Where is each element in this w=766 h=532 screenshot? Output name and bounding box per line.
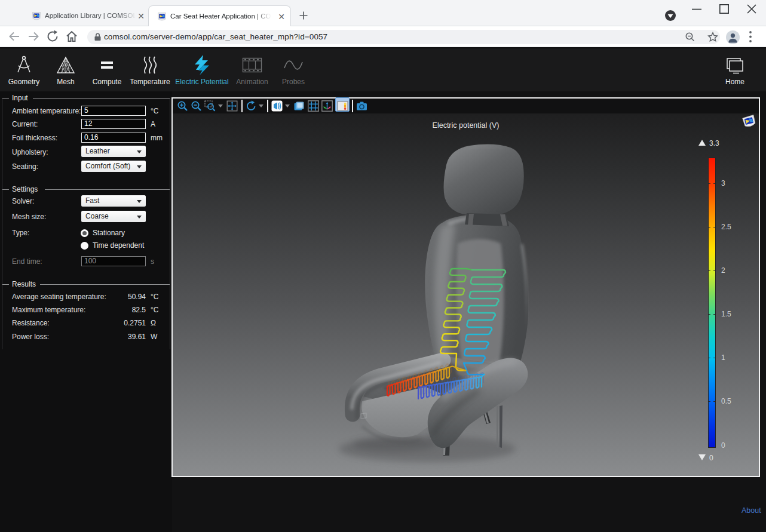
snapshot-icon[interactable] [356,100,367,112]
tab-car-seat-heater[interactable]: Car Seat Heater Application | COM ✕ [148,5,291,27]
caret-down-icon[interactable] [259,104,263,107]
result-value: 50.94 [81,293,146,301]
colorbar-max-marker: 3.3 [698,139,719,147]
field-label-type: Type: [12,229,29,237]
solver-select[interactable]: Fast [81,195,146,207]
transparency-icon[interactable] [293,100,305,112]
browser-toolbar: comsol.com/server-demo/app/car_seat_heat… [0,26,766,47]
colorbar-max-value: 3.3 [709,139,719,147]
scene-light-icon[interactable] [271,100,283,112]
geometry-icon [15,56,33,75]
rotate-icon[interactable] [246,100,257,112]
ribbon-item-animation[interactable]: Animation [233,54,271,86]
tab-title: Application Library | COMSOL Ser [45,12,137,19]
ribbon-icon-wrap [276,54,311,76]
ribbon-icon-wrap [47,54,85,76]
ribbon-item-compute[interactable]: Compute [88,54,126,86]
grid-icon[interactable] [308,100,319,112]
ribbon-item-mesh[interactable]: Mesh [47,54,85,86]
menu-dots-icon[interactable] [747,30,753,43]
ribbon-item-home[interactable]: Home [716,54,754,86]
zoom-in-icon[interactable] [177,100,188,112]
comsol-favicon [32,11,41,21]
panel-border-left [2,98,2,349]
colorbar-tick-label: 2 [721,266,725,275]
mesh-size-select[interactable]: Coarse [81,211,146,222]
result-value: 39.61 [81,333,146,341]
color-legend-icon [337,100,348,112]
graphics-panel: Electric potential (V) [171,97,760,477]
ribbon-icon-wrap [88,54,126,76]
home-screen-icon [725,56,744,74]
ribbon-icon-wrap [128,54,172,76]
back-icon[interactable] [8,30,21,43]
field-label-foil-thickness: Foil thickness: [12,134,57,142]
section-title-settings: Settings [12,185,38,193]
current-input[interactable]: 12 [81,119,146,129]
animation-icon [242,57,262,73]
radio-time-dependent[interactable] [81,242,88,250]
ribbon-item-probes[interactable]: Probes [276,54,311,86]
foil-thickness-input[interactable]: 0.16 [81,133,146,143]
colorbar-tick [709,358,710,358]
zoom-out-icon[interactable] [191,100,202,112]
ribbon-item-electric-potential[interactable]: Electric Potential [175,54,229,86]
field-unit: °C [151,107,158,115]
tab-application-library[interactable]: Application Library | COMSOL Ser ✕ [6,6,147,26]
app-ribbon: Geometry Mesh Compute Temperature [0,48,766,91]
caret-down-icon [137,165,142,168]
avatar[interactable] [726,30,740,44]
upholstery-select[interactable]: Leather [81,146,146,157]
colorbar-tick [709,401,710,402]
ribbon-icon-wrap [175,54,229,76]
section-rule [2,189,9,190]
colorbar-tick-label: 0.5 [721,397,731,405]
zoom-extents-icon[interactable] [226,100,238,112]
tab-close-icon[interactable]: ✕ [277,12,286,21]
new-tab-button[interactable] [298,10,310,21]
tab-title: Car Seat Heater Application | COM [170,13,273,20]
graphics-toolbar [173,99,759,113]
browser-tab-strip: Application Library | COMSOL Ser ✕ Car S… [0,0,766,26]
ribbon-icon-wrap [716,54,754,76]
zoom-box-icon[interactable] [204,100,216,112]
caret-down-icon [137,200,142,203]
window-close-button[interactable] [738,0,765,19]
caret-down-icon[interactable] [218,104,223,107]
reload-icon[interactable] [46,30,59,43]
orientation-icon[interactable] [321,100,333,112]
graphics-canvas[interactable]: Electric potential (V) [173,113,759,476]
end-time-input[interactable]: 100 [81,256,146,266]
bookmark-star-icon[interactable] [707,32,718,42]
about-link[interactable]: About [742,506,761,515]
field-unit: A [151,120,155,128]
ribbon-icon-wrap [233,54,271,76]
field-label-mesh-size: Mesh size: [12,213,46,221]
tab-close-icon[interactable]: ✕ [136,11,146,21]
colorbar-tick-label: 3 [721,179,725,187]
tab-search-button[interactable] [665,10,676,21]
colorbar [708,158,716,448]
ribbon-item-temperature[interactable]: Temperature [128,54,172,86]
result-label: Power loss: [12,333,49,341]
car-seat-3d-model [323,134,550,481]
window-minimize-button[interactable] [683,0,710,19]
forward-icon[interactable] [27,30,40,43]
home-icon[interactable] [65,30,78,43]
ambient-temperature-input[interactable]: 5 [81,106,146,116]
colorbar-tick [713,270,715,271]
window-maximize-button[interactable] [710,0,738,19]
section-rule [40,284,170,285]
probes-icon [283,59,304,71]
radio-stationary[interactable] [81,229,88,237]
address-bar[interactable]: comsol.com/server-demo/app/car_seat_heat… [87,30,720,44]
select-value: Fast [85,196,99,205]
lock-icon [94,33,102,41]
section-rule [2,98,9,99]
seating-select[interactable]: Comfort (Soft) [81,161,146,172]
colorbar-tick [713,401,715,402]
ribbon-item-geometry[interactable]: Geometry [5,54,43,86]
caret-down-icon[interactable] [285,104,290,107]
zoom-out-page-icon[interactable] [685,32,695,42]
field-label-solver: Solver: [12,197,34,205]
